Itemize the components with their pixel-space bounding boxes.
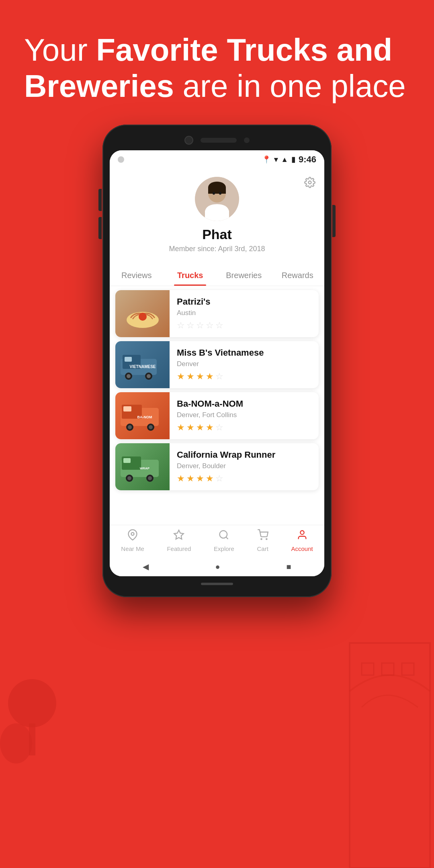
nav-explore[interactable]: Explore (214, 529, 234, 552)
status-bar: 📍 ▾ ▲ ▮ 9:46 (110, 150, 324, 169)
explore-icon (218, 529, 229, 543)
truck-image-content (115, 290, 170, 337)
svg-point-44 (261, 538, 262, 539)
star-2: ★ (196, 422, 204, 433)
tab-rewards[interactable]: Rewards (271, 265, 325, 286)
location-icon: 📍 (262, 155, 271, 164)
svg-rect-26 (123, 406, 131, 411)
nav-cart[interactable]: Cart (257, 529, 268, 552)
truck-name: Ba-NOM-a-NOM (177, 399, 311, 409)
svg-rect-1 (29, 723, 35, 755)
svg-point-45 (266, 538, 267, 539)
truck-name: Patrizi's (177, 297, 311, 307)
svg-rect-34 (123, 458, 131, 463)
header-line1-bold: Favorite Trucks and (96, 32, 392, 68)
truck-image-content: WRAP (115, 443, 170, 490)
svg-point-0 (8, 679, 56, 727)
status-circle (118, 156, 124, 163)
truck-name: Miss B's Vietnamese (177, 348, 311, 358)
star-2: ★ (196, 371, 204, 382)
svg-point-42 (220, 531, 227, 538)
settings-icon[interactable] (304, 177, 315, 191)
svg-point-28 (128, 425, 132, 429)
volume-up-button (98, 189, 102, 211)
tab-trucks[interactable]: Trucks (164, 265, 217, 286)
truck-card[interactable]: VIETNAMESE Miss B's Vietnamese Denver ★★… (115, 341, 319, 388)
power-button (332, 205, 336, 237)
truck-card[interactable]: WRAP California Wrap Runner Denver, Boul… (115, 443, 319, 490)
star-0: ★ (177, 473, 185, 484)
truck-image (115, 290, 170, 337)
truck-location: Denver, Boulder (177, 462, 311, 470)
tab-reviews[interactable]: Reviews (110, 265, 164, 286)
featured-label: Featured (167, 545, 191, 552)
svg-point-36 (127, 476, 131, 480)
camera-dot (184, 136, 193, 145)
status-right: 📍 ▾ ▲ ▮ 9:46 (262, 154, 316, 165)
svg-text:BA-NOM: BA-NOM (137, 415, 152, 419)
recent-button[interactable]: ■ (286, 562, 291, 571)
svg-marker-41 (174, 530, 184, 539)
back-button[interactable]: ◀ (143, 562, 149, 571)
star-3: ★ (206, 422, 214, 433)
cart-icon (257, 529, 268, 543)
truck-location: Denver, Fort Collins (177, 411, 311, 419)
truck-location: Austin (177, 309, 311, 317)
phone-bottom-hardware (110, 576, 324, 590)
svg-point-22 (147, 374, 151, 378)
svg-point-30 (149, 425, 153, 429)
truck-location: Denver (177, 360, 311, 368)
header-line2-normal: are in one place (174, 68, 406, 104)
truck-image-content: BA-NOM (115, 392, 170, 439)
truck-stars: ★★★★☆ (177, 473, 311, 484)
truck-image: WRAP (115, 443, 170, 490)
svg-point-2 (0, 723, 32, 764)
profile-section: Phat Member since: April 3rd, 2018 (110, 169, 324, 265)
truck-info: Ba-NOM-a-NOM Denver, Fort Collins ★★★★☆ (170, 392, 319, 439)
svg-rect-11 (208, 187, 226, 194)
nav-account[interactable]: Account (291, 529, 313, 552)
nav-near-me[interactable]: Near Me (121, 529, 144, 552)
tab-breweries[interactable]: Breweries (217, 265, 271, 286)
svg-rect-4 (362, 663, 374, 675)
star-4: ☆ (215, 422, 223, 433)
avatar (195, 177, 239, 221)
header-line1-normal: Your (24, 32, 96, 68)
profile-tabs: Reviews Trucks Breweries Rewards (110, 265, 324, 286)
svg-point-20 (127, 374, 131, 378)
svg-point-15 (139, 313, 147, 321)
svg-point-40 (131, 532, 134, 535)
signal-icon: ▲ (281, 156, 288, 164)
truck-stars: ★★★★☆ (177, 371, 311, 382)
svg-point-46 (300, 531, 304, 534)
star-3: ☆ (206, 320, 214, 331)
battery-icon: ▮ (291, 155, 295, 164)
star-3: ★ (206, 473, 214, 484)
truck-card[interactable]: BA-NOM Ba-NOM-a-NOM Denver, Fort Collins… (115, 392, 319, 439)
phone-screen: 📍 ▾ ▲ ▮ 9:46 (110, 150, 324, 576)
svg-text:VIETNAMESE: VIETNAMESE (129, 364, 156, 369)
featured-icon (173, 529, 184, 543)
star-0: ☆ (177, 320, 185, 331)
truck-card[interactable]: Patrizi's Austin ☆☆☆☆☆ (115, 290, 319, 337)
truck-name: California Wrap Runner (177, 450, 311, 460)
star-1: ★ (186, 473, 194, 484)
bottom-nav: Near Me Featured (110, 525, 324, 555)
star-1: ★ (186, 371, 194, 382)
svg-rect-3 (350, 643, 430, 868)
volume-down-button (98, 217, 102, 239)
truck-info: California Wrap Runner Denver, Boulder ★… (170, 443, 319, 490)
profile-member-since: Member since: April 3rd, 2018 (169, 245, 265, 253)
svg-rect-6 (402, 663, 414, 675)
home-button[interactable]: ● (215, 562, 220, 571)
wifi-icon: ▾ (274, 155, 278, 164)
truck-image: VIETNAMESE (115, 341, 170, 388)
star-4: ☆ (215, 320, 223, 331)
speaker-grill (201, 138, 237, 143)
star-1: ★ (186, 422, 194, 433)
phone-top-hardware (110, 132, 324, 150)
explore-label: Explore (214, 545, 234, 552)
cart-label: Cart (257, 545, 268, 552)
nav-featured[interactable]: Featured (167, 529, 191, 552)
truck-stars: ☆☆☆☆☆ (177, 320, 311, 331)
